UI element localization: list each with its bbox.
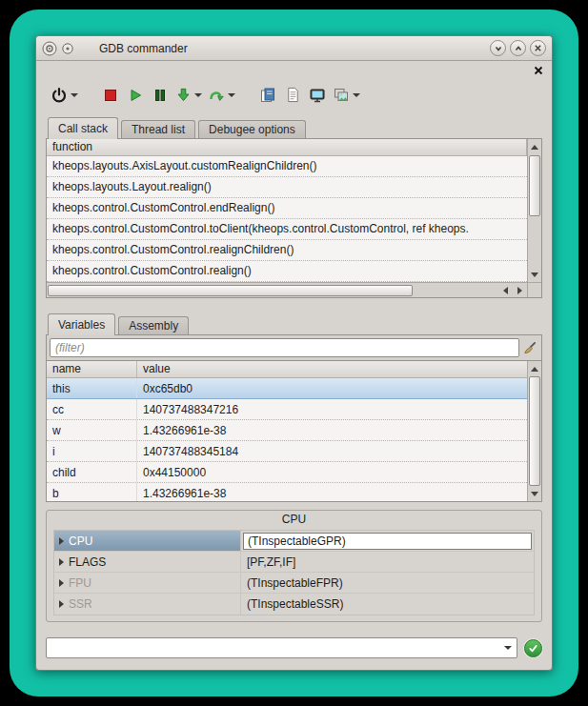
variable-row[interactable]: cc 140737488347216 (47, 399, 527, 420)
variable-row[interactable]: this 0xc65db0 (47, 378, 527, 399)
close-button[interactable] (530, 40, 546, 56)
callstack-vertical-scrollbar[interactable] (527, 139, 541, 282)
scroll-up-button[interactable] (528, 140, 541, 153)
callstack-row[interactable]: kheops.control.CustomControl.realign() (47, 261, 527, 282)
callstack-row[interactable]: kheops.control.CustomControl.toClient(kh… (47, 219, 527, 240)
screen: GDB commander (0, 0, 588, 706)
cpu-row-value: (TInspectableSSR) (241, 594, 534, 615)
cpu-row-value: (TInspectableGPR) (241, 531, 534, 551)
variable-name: this (47, 378, 137, 398)
variable-name: cc (47, 399, 137, 419)
cpu-row-name[interactable]: CPU (54, 531, 241, 551)
callstack-row[interactable]: kheops.layouts.AxisLayout.customRealignC… (47, 156, 527, 177)
column-header-value[interactable]: value (137, 361, 527, 377)
cpu-row-name[interactable]: FPU (54, 573, 241, 593)
arrow-up-icon (531, 367, 538, 372)
clear-filter-button[interactable] (519, 338, 538, 357)
expand-icon[interactable] (59, 600, 64, 608)
variables-vertical-scrollbar[interactable] (527, 361, 541, 501)
command-input[interactable] (50, 639, 497, 656)
cpu-row[interactable]: SSR (TInspectableSSR) (54, 594, 534, 615)
tab-call-stack[interactable]: Call stack (48, 117, 118, 139)
callstack-row[interactable]: kheops.control.CustomControl.realignChil… (47, 240, 527, 261)
combo-dropdown-button[interactable] (499, 639, 516, 656)
cpu-value-field[interactable]: (TInspectableGPR) (243, 533, 532, 550)
log-button[interactable] (280, 83, 305, 108)
callstack-horizontal-scrollbar[interactable] (47, 282, 527, 297)
callstack-row[interactable]: kheops.layouts.Layout.realign() (47, 177, 527, 198)
variable-value: 0xc65db0 (137, 382, 527, 395)
tab-thread-list[interactable]: Thread list (121, 120, 195, 138)
step-over-button[interactable] (205, 83, 238, 108)
variable-value: 1.43266961e-38 (137, 487, 527, 500)
run-button[interactable] (123, 83, 148, 108)
scroll-left-button[interactable] (498, 283, 513, 297)
variable-row[interactable]: child 0x44150000 (47, 462, 527, 483)
cpu-row[interactable]: FPU (TInspectableFPR) (54, 573, 534, 594)
dropdown-chevron-icon (71, 93, 78, 97)
variables-tabbar: Variables Assembly (46, 313, 542, 334)
brush-icon (522, 341, 537, 355)
variable-row[interactable]: i 140737488345184 (47, 441, 527, 462)
step-over-icon (208, 87, 225, 104)
step-into-button[interactable] (172, 83, 205, 108)
callstack-column-header[interactable]: function (47, 139, 527, 156)
scroll-up-button[interactable] (528, 362, 541, 375)
tab-variables[interactable]: Variables (48, 313, 115, 335)
stop-button[interactable] (98, 83, 123, 108)
command-row (46, 636, 542, 659)
watch-button[interactable] (305, 83, 330, 108)
scroll-right-button[interactable] (513, 283, 527, 297)
monitor-icon (309, 87, 326, 104)
expand-icon[interactable] (59, 537, 64, 545)
check-icon (528, 643, 538, 654)
cpu-row-value: (TInspectableFPR) (241, 573, 534, 593)
variable-name: w (47, 420, 137, 440)
scrollbar-thumb[interactable] (529, 155, 540, 216)
register-group-label: FPU (69, 576, 91, 590)
command-combobox[interactable] (46, 637, 517, 658)
cpu-row-value: [PF,ZF,IF] (241, 552, 534, 572)
scroll-down-button[interactable] (528, 487, 541, 500)
options-button[interactable] (330, 83, 363, 108)
variables-grid: name value this 0xc65db0 cc 140737488347… (47, 360, 541, 501)
stop-icon (103, 88, 118, 103)
cpu-row-name[interactable]: FLAGS (54, 552, 241, 572)
expand-icon[interactable] (59, 558, 64, 566)
register-group-label: SSR (69, 597, 92, 611)
power-button[interactable] (48, 83, 81, 108)
tab-debugee-options[interactable]: Debugee options (198, 120, 306, 138)
pause-button[interactable] (148, 83, 172, 108)
variable-row[interactable]: w 1.43266961e-38 (47, 420, 527, 441)
maximize-button[interactable] (510, 40, 526, 56)
dock-close-icon[interactable] (534, 66, 543, 75)
shade-button[interactable] (490, 40, 506, 56)
scroll-down-button[interactable] (528, 268, 541, 281)
expand-icon[interactable] (59, 579, 64, 587)
variables-list: this 0xc65db0 cc 140737488347216 w 1.432… (47, 378, 527, 501)
column-header-name[interactable]: name (47, 361, 137, 377)
cpu-row[interactable]: FLAGS [PF,ZF,IF] (54, 552, 534, 573)
docs-button[interactable] (255, 83, 280, 108)
cpu-inspector: CPU (TInspectableGPR) FLAGS [PF,ZF,IF] (53, 530, 535, 615)
book-icon (259, 87, 276, 104)
dropdown-chevron-icon (353, 93, 360, 97)
register-group-label: CPU (69, 535, 92, 548)
arrow-right-icon (517, 287, 522, 294)
cpu-row[interactable]: CPU (TInspectableGPR) (54, 531, 534, 552)
titlebar[interactable]: GDB commander (36, 36, 552, 61)
execute-button[interactable] (524, 639, 542, 657)
filter-input[interactable] (50, 338, 519, 357)
variable-row[interactable]: b 1.43266961e-38 (47, 483, 527, 501)
document-icon (285, 87, 301, 103)
dropdown-chevron-icon (228, 93, 235, 97)
app-badge-icon (62, 43, 73, 54)
stack-tabbar: Call stack Thread list Debugee options (46, 116, 542, 138)
arrow-down-icon (531, 492, 538, 496)
scrollbar-thumb[interactable] (529, 376, 540, 486)
callstack-row[interactable]: kheops.control.CustomControl.endRealign(… (47, 198, 527, 219)
tab-assembly[interactable]: Assembly (118, 316, 189, 334)
arrow-left-icon (503, 287, 508, 294)
cpu-row-name[interactable]: SSR (54, 594, 241, 615)
scrollbar-thumb[interactable] (48, 285, 413, 296)
